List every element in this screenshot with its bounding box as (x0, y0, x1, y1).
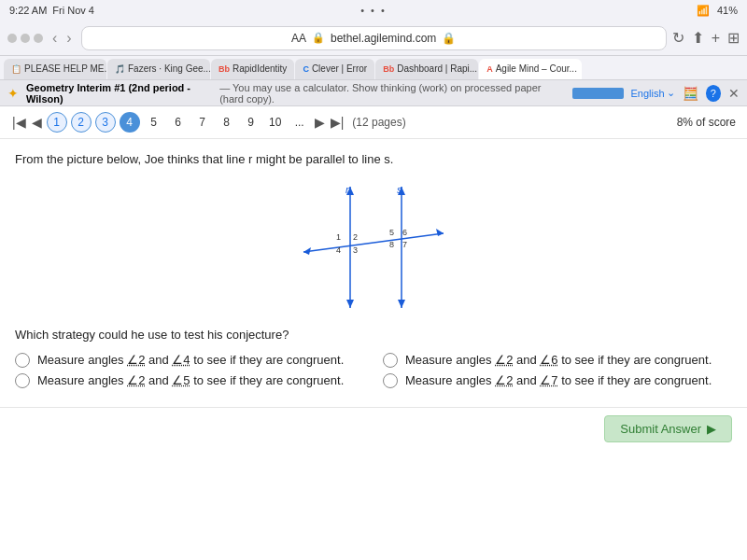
page-6[interactable]: 6 (168, 112, 189, 133)
radio-d[interactable] (383, 373, 398, 388)
svg-marker-18 (398, 300, 405, 308)
score-label: 8% of score (677, 116, 736, 129)
page-7[interactable]: 7 (192, 112, 213, 133)
option-c: Measure angles ∠2 and ∠6 to see if they … (383, 353, 732, 368)
svg-text:4: 4 (336, 245, 341, 255)
assignment-icon: ✦ (7, 86, 19, 101)
question-area: From the picture below, Joe thinks that … (0, 139, 747, 399)
language-label: English (631, 88, 665, 99)
tab-favicon-6: A (486, 64, 493, 74)
tab-clever[interactable]: C Clever | Error (295, 59, 374, 79)
language-button[interactable]: English ⌄ (631, 87, 675, 99)
svg-text:1: 1 (336, 232, 341, 242)
tab-label-2: Fazers · King Gee... (128, 63, 210, 74)
tab-favicon-2: 🎵 (115, 64, 125, 74)
first-page-button[interactable]: |◀ (11, 115, 27, 130)
submit-label: Submit Answer (620, 422, 701, 436)
options-grid: Measure angles ∠2 and ∠4 to see if they … (15, 353, 732, 388)
submit-arrow-icon: ▶ (707, 422, 716, 436)
svg-marker-16 (346, 300, 354, 308)
page-8[interactable]: 8 (217, 112, 237, 133)
radio-c[interactable] (383, 353, 398, 368)
calculator-icon[interactable]: 🧮 (683, 86, 698, 101)
svg-text:7: 7 (402, 240, 407, 249)
tab-label-3: RapidIdentity (233, 63, 287, 74)
option-a: Measure angles ∠2 and ∠4 to see if they … (15, 353, 364, 368)
radio-a[interactable] (15, 353, 30, 368)
wifi-icon: 📶 (697, 5, 710, 17)
toolbar-note: — You may use a calculator. Show thinkin… (219, 82, 565, 105)
tab-favicon-5: Bb (383, 64, 394, 74)
url-text: bethel.agilemind.com (331, 32, 436, 45)
prev-page-button[interactable]: ◀ (31, 115, 43, 130)
radio-b[interactable] (15, 373, 30, 388)
page-toolbar: ✦ Geometry Interim #1 (2nd period - Wils… (0, 80, 747, 106)
question-text: From the picture below, Joe thinks that … (15, 150, 732, 169)
tab-favicon-3: Bb (218, 64, 230, 74)
tab-please-help[interactable]: 📋 PLEASE HELP ME... (4, 59, 106, 79)
grid-icon[interactable]: ⊞ (727, 29, 740, 47)
help-button[interactable]: ? (706, 85, 721, 102)
tab-fazers[interactable]: 🎵 Fazers · King Gee... (107, 59, 210, 79)
page-9[interactable]: 9 (241, 112, 261, 133)
option-d-text: Measure angles ∠2 and ∠7 to see if they … (405, 373, 712, 387)
battery-text: 41% (717, 5, 738, 16)
next-page-button[interactable]: ▶ (314, 115, 326, 130)
submit-button[interactable]: Submit Answer ▶ (604, 415, 732, 442)
page-ellipsis: ... (289, 112, 310, 133)
svg-text:2: 2 (353, 232, 358, 242)
geometry-diagram: r s 1 2 4 3 5 6 8 7 (280, 182, 467, 313)
tab-rapididentity[interactable]: Bb RapidIdentity (211, 59, 294, 79)
traffic-lights (7, 34, 43, 43)
page-3[interactable]: 3 (95, 112, 116, 133)
refresh-icon[interactable]: ↻ (672, 29, 684, 47)
aa-label: AA (291, 32, 306, 45)
forward-button[interactable]: › (63, 30, 75, 47)
strategy-question: Which strategy could he use to test his … (15, 328, 732, 342)
tab-label-1: PLEASE HELP ME... (24, 63, 106, 74)
svg-marker-4 (436, 229, 444, 236)
tab-favicon-4: C (303, 64, 309, 74)
option-b: Measure angles ∠2 and ∠5 to see if they … (15, 373, 364, 388)
minimize-dot[interactable] (21, 34, 30, 43)
tab-agilemind[interactable]: A Agile Mind – Cour... (479, 59, 582, 79)
option-d: Measure angles ∠2 and ∠7 to see if they … (383, 373, 732, 388)
tab-label-6: Agile Mind – Cour... (496, 63, 577, 74)
diagram-container: r s 1 2 4 3 5 6 8 7 (15, 182, 732, 313)
tab-dashboard[interactable]: Bb Dashboard | Rapi... (375, 59, 478, 79)
option-a-text: Measure angles ∠2 and ∠4 to see if they … (37, 353, 344, 367)
close-dot[interactable] (7, 34, 17, 43)
lock-icon: 🔒 (312, 32, 325, 44)
add-tab-icon[interactable]: + (712, 30, 720, 47)
maximize-dot[interactable] (34, 34, 43, 43)
share-icon[interactable]: ⬆ (692, 29, 704, 47)
page-5[interactable]: 5 (144, 112, 164, 133)
option-b-text: Measure angles ∠2 and ∠5 to see if they … (37, 373, 344, 387)
progress-bar (572, 88, 624, 99)
verified-icon: 🔒 (442, 32, 456, 45)
page-10[interactable]: 10 (265, 112, 286, 133)
option-c-text: Measure angles ∠2 and ∠6 to see if they … (405, 353, 712, 367)
back-button[interactable]: ‹ (49, 30, 61, 47)
date: Fri Nov 4 (52, 5, 94, 16)
time: 9:22 AM (9, 5, 47, 16)
pagination-toolbar: |◀ ◀ 1 2 3 4 5 6 7 8 9 10 ... ▶ ▶| (12 p… (0, 106, 747, 139)
page-4[interactable]: 4 (120, 112, 140, 133)
assignment-title: Geometry Interim #1 (2nd period - Wilson… (26, 82, 212, 105)
tab-label-5: Dashboard | Rapi... (397, 63, 477, 74)
tab-label-4: Clever | Error (312, 63, 367, 74)
svg-text:5: 5 (389, 228, 394, 237)
svg-line-2 (303, 233, 444, 252)
traffic-dots: • • • (360, 5, 387, 16)
svg-marker-3 (303, 247, 311, 255)
svg-text:6: 6 (402, 228, 407, 237)
svg-text:8: 8 (389, 240, 394, 249)
content-area: |◀ ◀ 1 2 3 4 5 6 7 8 9 10 ... ▶ ▶| (12 p… (0, 106, 747, 560)
status-bar: 9:22 AM Fri Nov 4 • • • 📶 41% (0, 0, 747, 21)
page-1[interactable]: 1 (47, 112, 67, 133)
tabs-bar: 📋 PLEASE HELP ME... 🎵 Fazers · King Gee.… (0, 56, 747, 80)
last-page-button[interactable]: ▶| (330, 115, 345, 130)
close-button[interactable]: ✕ (728, 86, 740, 101)
page-2[interactable]: 2 (71, 112, 92, 133)
address-bar[interactable]: AA 🔒 bethel.agilemind.com 🔒 (81, 26, 667, 50)
